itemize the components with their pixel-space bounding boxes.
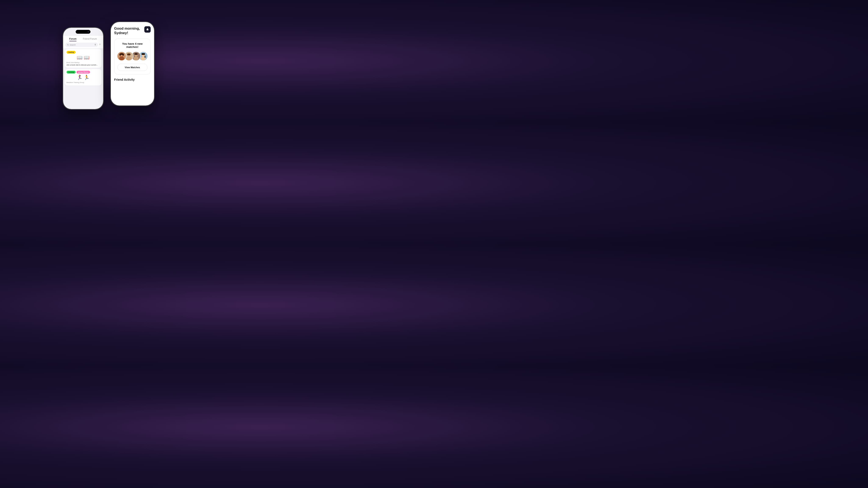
- volume-down-button: [63, 50, 63, 55]
- card-title-book: Book Club Meetup: [66, 62, 100, 64]
- forum-card-marathon[interactable]: running group-fitness 🏃‍♀️ 🏃 Marathon Tr…: [65, 69, 101, 86]
- card-tags-2: running group-fitness: [66, 71, 100, 73]
- camera-dot: [88, 31, 89, 33]
- greeting-text: Good morning,Sydney!: [114, 26, 140, 35]
- card-title-marathon: Marathon Training Group: [66, 82, 100, 84]
- svg-point-20: [134, 53, 137, 55]
- power-button: [103, 47, 104, 53]
- phones-container: Forum Friend Forum Search: [63, 21, 155, 110]
- phone-right-screen: Good morning,Sydney! You have 4 new matc…: [111, 22, 154, 105]
- svg-rect-16: [127, 53, 130, 55]
- tab-friend-forum[interactable]: Friend Forum: [83, 37, 97, 41]
- tab-forum[interactable]: Forum: [69, 37, 76, 41]
- left-side-buttons: [63, 45, 63, 55]
- book-emoji-2: 📖: [84, 55, 89, 60]
- friend-activity-title: Friend Activity: [114, 78, 151, 82]
- phone-right: Good morning,Sydney! You have 4 new matc…: [110, 22, 155, 106]
- svg-point-19: [133, 57, 138, 60]
- phone-left: Forum Friend Forum Search: [63, 27, 104, 110]
- tag-running: running: [66, 71, 76, 73]
- matches-card: You have 4 new matches!: [114, 38, 151, 74]
- volume-up-button: [63, 45, 63, 49]
- forum-tabs: Forum Friend Forum: [63, 36, 103, 41]
- avatars-row: [117, 52, 148, 61]
- forum-screen: Forum Friend Forum Search: [63, 28, 103, 109]
- card-desc-book: Join a book club to discuss your current…: [66, 64, 100, 66]
- running-emoji-1: 🏃‍♀️: [77, 75, 83, 80]
- avatar-1: [117, 52, 126, 61]
- card-tags: reading: [66, 51, 100, 54]
- search-bar[interactable]: Search: [65, 42, 98, 47]
- svg-line-1: [68, 45, 69, 45]
- search-placeholder: Search: [70, 44, 76, 46]
- mic-icon[interactable]: [94, 44, 96, 46]
- view-matches-button[interactable]: View Matches: [117, 64, 148, 71]
- card-emoji-area-2: 🏃‍♀️ 🏃: [66, 75, 100, 80]
- filter-icon[interactable]: [99, 43, 101, 46]
- tag-group-fitness: group-fitness: [76, 71, 90, 73]
- forum-card-book-club[interactable]: reading 📖 📖 Book Club Meetup Join a book…: [65, 49, 101, 68]
- svg-rect-25: [144, 56, 146, 58]
- running-emoji-2: 🏃: [84, 75, 89, 80]
- bell-icon: [146, 28, 149, 31]
- svg-rect-2: [95, 44, 95, 45]
- avatar-face-1: [117, 52, 126, 60]
- svg-point-15: [126, 57, 131, 60]
- svg-point-12: [122, 53, 124, 56]
- dynamic-island: [76, 30, 91, 34]
- phone-left-screen: Forum Friend Forum Search: [63, 28, 103, 109]
- book-emoji-1: 📖: [77, 55, 83, 60]
- notification-button[interactable]: [144, 26, 151, 33]
- greeting-row: Good morning,Sydney!: [114, 26, 151, 35]
- svg-point-0: [67, 44, 68, 45]
- home-screen: Good morning,Sydney! You have 4 new matc…: [111, 22, 154, 85]
- search-bar-container: Search: [63, 41, 103, 48]
- svg-rect-24: [141, 53, 145, 55]
- svg-point-8: [119, 57, 124, 60]
- tag-reading: reading: [66, 51, 76, 54]
- card-emoji-area: 📖 📖: [66, 55, 100, 60]
- svg-point-11: [119, 53, 121, 56]
- search-icon: [67, 44, 69, 46]
- forum-cards-list: reading 📖 📖 Book Club Meetup Join a book…: [63, 48, 103, 87]
- matches-title: You have 4 new matches!: [117, 42, 148, 48]
